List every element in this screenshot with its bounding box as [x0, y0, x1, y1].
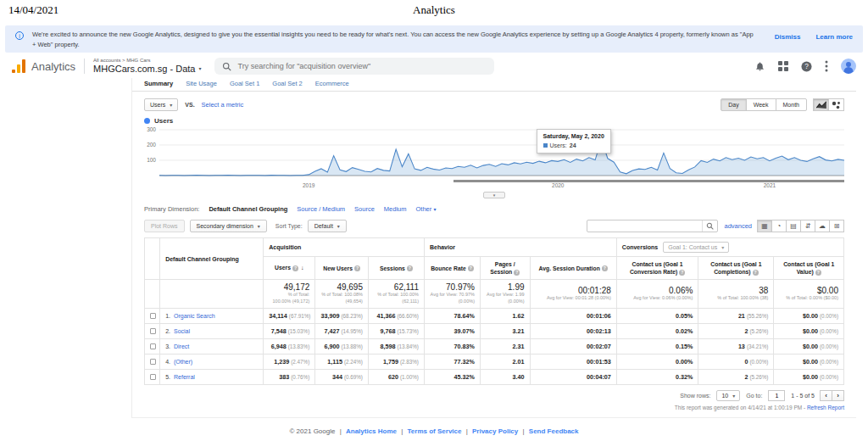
metric-cell: 21(55.26%) — [698, 309, 774, 324]
data-view-icon[interactable]: ▦ — [757, 220, 772, 232]
tab-site-usage[interactable]: Site Usage — [186, 80, 217, 87]
dimension-default-channel-grouping[interactable]: Default Channel Grouping — [209, 205, 287, 213]
learn-more-link[interactable]: Learn more — [815, 33, 853, 41]
search-input[interactable] — [237, 62, 487, 70]
row-checkbox[interactable] — [150, 359, 156, 365]
x-axis-labels: 201920202021 — [159, 182, 844, 190]
help-icon[interactable]: ? — [292, 265, 298, 271]
x-tick-2021: 2021 — [764, 182, 776, 188]
channel-link[interactable]: Referral — [174, 374, 195, 380]
tab-goal-set-1[interactable]: Goal Set 1 — [230, 80, 259, 87]
goto-label: Go to: — [746, 393, 762, 399]
plot-rows-button[interactable]: Plot Rows — [144, 220, 185, 232]
show-rows-label: Show rows: — [680, 393, 710, 399]
tab-goal-set-2[interactable]: Goal Set 2 — [272, 80, 302, 87]
metric-cell: 7,548(15.03%) — [264, 324, 315, 339]
secondary-dimension-button[interactable]: Secondary dimension ▾ — [190, 220, 267, 232]
column-bounce-rate[interactable]: Bounce Rate? — [424, 257, 480, 280]
metric-cell: 2.01 — [480, 354, 530, 370]
comparison-view-icon[interactable]: ⇵ — [800, 220, 815, 232]
send-feedback-link[interactable]: Send Feedback — [529, 427, 579, 435]
pagination: Show rows: 10 ▾ Go to: 1 - 5 of 5 ‹ › — [132, 385, 856, 401]
row-checkbox-cell — [145, 370, 160, 385]
channel-link[interactable]: Direct — [174, 343, 189, 349]
account-picker[interactable]: All accounts > MHG Cars MHGCars.com.sg -… — [93, 58, 201, 75]
column-users[interactable]: Users?↓ — [264, 257, 315, 280]
metric-cell: 00:01:06 — [530, 309, 616, 324]
divider — [84, 59, 85, 74]
table-toolbar: Plot Rows Secondary dimension ▾ Sort Typ… — [132, 217, 856, 237]
metric-selector[interactable]: Users ▾ — [144, 98, 178, 111]
help-icon[interactable]: ? — [753, 270, 759, 276]
table-search-input[interactable] — [587, 223, 702, 229]
pivot-view-icon[interactable]: ⊞ — [829, 220, 844, 232]
dimension-other[interactable]: Other ▾ — [416, 205, 437, 213]
granularity-day[interactable]: Day — [721, 98, 746, 111]
chevron-down-icon: ▾ — [258, 223, 260, 229]
goto-page-input[interactable] — [768, 390, 785, 401]
metric-cell: $0.00(0.00%) — [774, 324, 844, 339]
row-checkbox[interactable] — [150, 313, 156, 319]
more-options-icon[interactable] — [825, 60, 828, 72]
help-icon[interactable]: ? — [679, 270, 685, 276]
help-icon[interactable]: ? — [468, 265, 474, 271]
help-icon[interactable]: ? — [602, 265, 608, 271]
global-search[interactable] — [214, 58, 494, 75]
refresh-report-link[interactable]: Refresh Report — [807, 405, 844, 410]
column-sessions[interactable]: Sessions? — [368, 257, 424, 280]
channel-link[interactable]: Social — [174, 328, 190, 334]
term-cloud-view-icon[interactable]: ☁ — [815, 220, 830, 232]
row-range-label: 1 - 5 of 5 — [791, 393, 815, 399]
dimension-column-header[interactable]: Default Channel Grouping — [160, 238, 264, 280]
channel-link[interactable]: Organic Search — [174, 313, 215, 319]
advanced-search-link[interactable]: advanced — [724, 222, 752, 230]
help-icon[interactable]: ? — [815, 270, 821, 276]
banner-text: We're excited to announce the new Google… — [32, 30, 766, 49]
column-avg-session-duration[interactable]: Avg. Session Duration? — [530, 257, 616, 280]
help-icon[interactable]: ? — [801, 61, 812, 72]
analytics-home-link[interactable]: Analytics Home — [346, 427, 397, 435]
row-checkbox[interactable] — [150, 343, 156, 349]
column-goal-value[interactable]: Contact us (Goal 1 Value)? — [774, 257, 844, 280]
performance-view-icon[interactable]: ▤ — [786, 220, 801, 232]
goal-selector[interactable]: Goal 1: Contact us ▾ — [663, 242, 729, 253]
next-page-button[interactable]: › — [832, 390, 844, 401]
users-timeseries-chart: 300 200 100 201920202021 — [144, 126, 844, 189]
column-goal-conversion-rate[interactable]: Contact us (Goal 1 Conversion Rate)? — [616, 257, 698, 280]
motion-chart-view-button[interactable] — [828, 98, 844, 111]
percentage-view-icon[interactable]: ◔ — [771, 220, 787, 232]
channel-link[interactable]: (Other) — [174, 359, 192, 365]
help-icon[interactable]: ? — [514, 270, 520, 276]
dimension-source[interactable]: Source — [354, 205, 375, 213]
column-pages-session[interactable]: Pages / Session? — [480, 257, 530, 280]
dismiss-button[interactable]: Dismiss — [775, 33, 801, 41]
sort-type-selector[interactable]: Default ▾ — [308, 220, 347, 232]
dimension-medium[interactable]: Medium — [384, 205, 407, 213]
notifications-bell-icon[interactable] — [754, 61, 765, 72]
dimension-source-medium[interactable]: Source / Medium — [297, 205, 345, 213]
privacy-policy-link[interactable]: Privacy Policy — [472, 427, 518, 435]
row-checkbox[interactable] — [150, 374, 156, 380]
granularity-month[interactable]: Month — [776, 98, 807, 111]
apps-grid-icon[interactable] — [778, 61, 788, 71]
chart-tooltip: Saturday, May 2, 2020 Users: 24 — [537, 129, 611, 154]
line-chart-view-button[interactable] — [813, 98, 829, 111]
row-checkbox[interactable] — [150, 328, 156, 334]
chart-plot-area[interactable] — [159, 126, 844, 181]
column-new-users[interactable]: New Users? — [315, 257, 369, 280]
timeline-collapse-button[interactable]: ▾ — [483, 192, 505, 198]
avatar[interactable] — [841, 59, 856, 74]
app-header: Analytics All accounts > MHG Cars MHGCar… — [0, 54, 868, 78]
select-metric-link[interactable]: Select a metric — [202, 101, 244, 109]
column-goal-completions[interactable]: Contact us (Goal 1 Completions)? — [698, 257, 774, 280]
tooltip-date: Saturday, May 2, 2020 — [543, 132, 604, 142]
tab-summary[interactable]: Summary — [144, 80, 173, 87]
previous-page-button[interactable]: ‹ — [820, 390, 832, 401]
show-rows-selector[interactable]: 10 ▾ — [716, 390, 740, 401]
terms-of-service-link[interactable]: Terms of Service — [408, 427, 462, 435]
tab-ecommerce[interactable]: Ecommerce — [315, 80, 349, 87]
search-icon[interactable] — [702, 220, 717, 232]
help-icon[interactable]: ? — [407, 265, 413, 271]
granularity-week[interactable]: Week — [746, 98, 776, 111]
help-icon[interactable]: ? — [354, 265, 360, 271]
